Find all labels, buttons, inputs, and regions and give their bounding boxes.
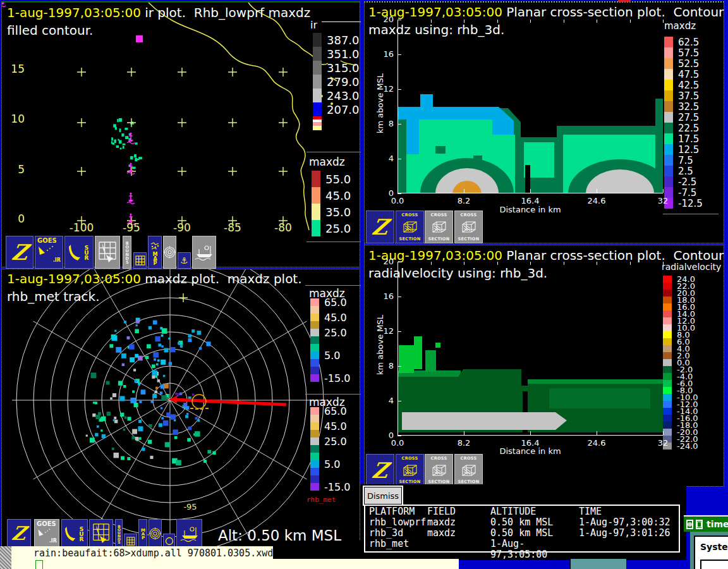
- zebra-logo-button[interactable]: Z: [366, 454, 394, 486]
- zebra-logo-button[interactable]: Z: [366, 211, 394, 243]
- x-tick-minor: [630, 20, 631, 23]
- rings-icon: [149, 527, 161, 540]
- x-tick-minor: [663, 262, 664, 265]
- cross-section-button-2[interactable]: CROSS SECTION: [425, 211, 453, 243]
- colorbar-entry: 7.5: [664, 155, 703, 166]
- ir-colorbar: 387.0351.0315.0279.0243.0207.0: [313, 33, 360, 130]
- cross-section-button-2[interactable]: CROSS SECTION: [425, 454, 453, 486]
- cube-icon: [431, 220, 447, 234]
- colorbar-entry: 5.0: [310, 460, 350, 468]
- table-cell: rhb_lowprf: [369, 517, 427, 528]
- colorbar-entry: 12.5: [664, 144, 703, 155]
- colorbar-entry: -15.0: [310, 374, 350, 382]
- x-tick: [663, 189, 664, 193]
- separator: [306, 152, 361, 152]
- y-tick: [397, 159, 401, 159]
- y-tick-label: 8: [370, 361, 394, 370]
- colorbar-entry: -15.0: [310, 483, 350, 491]
- longitude-tick-label: -80: [265, 221, 301, 234]
- grid-radar-button[interactable]: [89, 519, 113, 548]
- small-grid-button[interactable]: [133, 252, 147, 269]
- ship-button[interactable]: [176, 519, 202, 548]
- system-menu[interactable]: System: [694, 535, 728, 569]
- colorbar-entry: 65.0: [310, 298, 350, 306]
- x-axis: [397, 435, 663, 436]
- ship-icon: [193, 244, 215, 260]
- x-tick-label: 16.4: [514, 438, 546, 448]
- x-tick-minor: [464, 20, 464, 23]
- dismiss-button[interactable]: Dismiss: [364, 487, 402, 505]
- colorbar-entry: 57.5: [664, 47, 703, 58]
- surveillance-button[interactable]: SUR: [61, 519, 88, 548]
- goes-label: GOES: [37, 238, 61, 244]
- buoy-button[interactable]: ⚓: [178, 252, 191, 269]
- grid-icon: [126, 537, 135, 546]
- cross-section-button-1[interactable]: CROSS SECTION: [396, 211, 424, 243]
- time-window-titlebar: time: [684, 515, 728, 532]
- y-axis-title: km above MSL: [375, 307, 385, 383]
- zebra-logo-button[interactable]: Z: [6, 236, 33, 269]
- x-tick-minor: [597, 262, 597, 265]
- colorbar-entry: 5.0: [310, 352, 350, 359]
- maxdz-colorbar-1: 65.045.025.05.0-15.0: [310, 298, 350, 382]
- section-label: SECTION: [428, 480, 450, 484]
- system-menu-item[interactable]: [700, 560, 728, 569]
- radialvelocity-cross-section-plot[interactable]: [397, 262, 663, 436]
- window-menu-button[interactable]: [686, 520, 693, 529]
- terminal-cursor: [35, 560, 43, 569]
- colorbar-entry: 32.5: [664, 101, 703, 112]
- goes-ir-button[interactable]: GOES .IR: [35, 236, 63, 269]
- system-window: System: [690, 532, 728, 569]
- x-tick-label: 0.0: [382, 196, 413, 205]
- bounds-button[interactable]: BOUNDS: [123, 236, 131, 269]
- terminal-scrollbar[interactable]: [0, 546, 11, 569]
- grid-icon: [135, 255, 145, 266]
- y-tick-label: 4: [370, 154, 394, 163]
- longitude-tick-label: -85: [215, 221, 250, 234]
- zebra-logo-button[interactable]: Z: [7, 519, 31, 548]
- window-iconify-button[interactable]: [696, 520, 703, 529]
- anchor-icon: ⚓: [180, 255, 188, 266]
- y-tick: [397, 297, 401, 297]
- surveillance-button[interactable]: SUR: [64, 236, 94, 269]
- table-cell: [579, 539, 679, 560]
- colorbar-entry: 2.5: [664, 166, 703, 176]
- x-tick: [397, 189, 398, 193]
- plot-title-line1: 1-aug-1997,03:05:00 Planar cross-section…: [368, 248, 728, 263]
- colorbar-entry: 65.0: [310, 407, 350, 415]
- y-tick: [397, 124, 401, 125]
- terminal-line2-bg[interactable]: [0, 559, 459, 569]
- x-tick-minor: [431, 262, 432, 265]
- cross-section-button-3[interactable]: CROSS SECTION: [454, 211, 483, 243]
- x-tick-minor: [564, 20, 564, 23]
- x-tick-label: 8.2: [448, 196, 480, 205]
- map-button[interactable]: MAP: [148, 236, 162, 269]
- table-header-row: PLATFORMFIELDALTITUDETIME: [369, 506, 679, 517]
- ship-button[interactable]: [192, 236, 216, 269]
- latitude-tick-label: 15: [4, 63, 25, 75]
- y-tick-label: 20: [370, 15, 394, 24]
- range-rings-button[interactable]: [149, 519, 162, 548]
- taskbar-segment: [569, 559, 626, 569]
- goes-ir-button[interactable]: GOES .IR: [34, 519, 59, 548]
- colorbar-entry: 27.5: [664, 112, 703, 123]
- y-axis-title: km above MSL: [375, 66, 385, 142]
- maxdz-colorbar-title: maxdz: [309, 156, 345, 168]
- colorbar-entry: 243.0: [313, 89, 360, 102]
- table-cell: 1-Aug-97,3:05:00: [490, 539, 579, 560]
- bounds-button[interactable]: BOUNDS: [115, 519, 123, 548]
- cross-section-button-1[interactable]: CROSS SECTION: [396, 454, 424, 486]
- colorbar-entry: 45.0: [310, 422, 350, 430]
- maxdz-cross-section-plot[interactable]: [397, 20, 663, 193]
- grid-radar-button[interactable]: [95, 236, 120, 269]
- cross-section-button-3[interactable]: CROSS SECTION: [454, 454, 483, 486]
- separator: [305, 285, 361, 286]
- grid-dish-icon: [91, 521, 111, 546]
- table-cell: [427, 539, 490, 560]
- terminal-prompt: rain:beaufait:68>xdump.all 970801.0305.x…: [33, 548, 273, 559]
- sur-label: SUR: [83, 245, 89, 260]
- map-button[interactable]: MAP: [138, 519, 147, 548]
- separator: [306, 242, 361, 242]
- table-row: rhb_lowprfmaxdz0.50 km MSL1-Aug-97,3:00:…: [369, 517, 679, 528]
- range-rings-button[interactable]: [163, 236, 176, 269]
